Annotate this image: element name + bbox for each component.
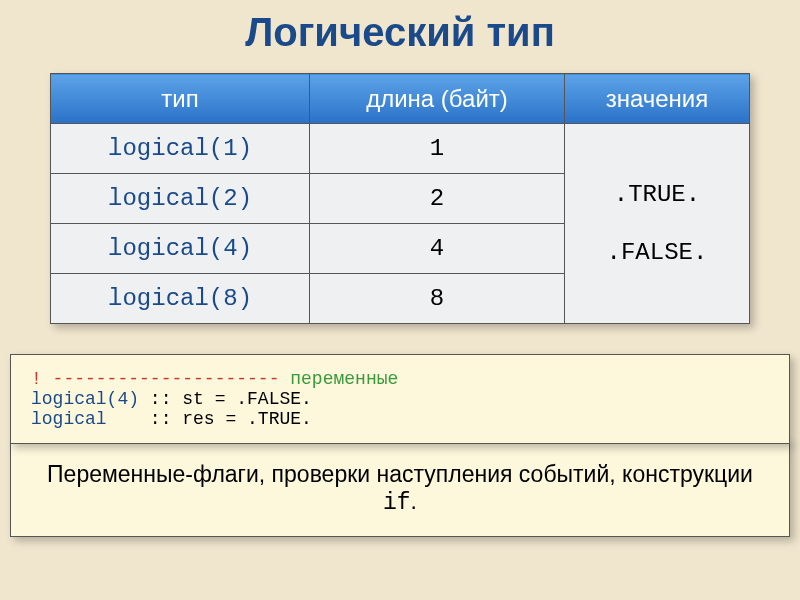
cell-length: 2 xyxy=(310,174,565,224)
cell-type: logical(4) xyxy=(51,224,310,274)
code-comment-label: переменные xyxy=(290,369,398,389)
cell-length: 4 xyxy=(310,224,565,274)
cell-values: .TRUE. .FALSE. xyxy=(564,124,749,324)
code-rest: :: st = .FALSE. xyxy=(139,389,312,409)
footer-text-after: . xyxy=(411,488,417,514)
type-table-wrap: тип длина (байт) значения logical(1) 1 .… xyxy=(50,73,750,324)
code-sample: ! --------------------- переменные logic… xyxy=(10,354,790,444)
header-length: длина (байт) xyxy=(310,74,565,124)
header-type: тип xyxy=(51,74,310,124)
code-decl: logical(4) xyxy=(31,389,139,409)
footer-if: if xyxy=(383,490,411,516)
table-header-row: тип длина (байт) значения xyxy=(51,74,750,124)
code-decl: logical xyxy=(31,409,139,429)
cell-length: 8 xyxy=(310,274,565,324)
footer-text-before: Переменные-флаги, проверки наступления с… xyxy=(47,461,753,487)
header-values: значения xyxy=(564,74,749,124)
value-true: .TRUE. xyxy=(565,166,749,224)
code-rest: :: res = .TRUE. xyxy=(139,409,312,429)
cell-type: logical(1) xyxy=(51,124,310,174)
table-row: logical(1) 1 .TRUE. .FALSE. xyxy=(51,124,750,174)
value-false: .FALSE. xyxy=(565,224,749,282)
type-table: тип длина (байт) значения logical(1) 1 .… xyxy=(50,73,750,324)
cell-type: logical(2) xyxy=(51,174,310,224)
footer-note: Переменные-флаги, проверки наступления с… xyxy=(10,440,790,537)
code-dash: --------------------- xyxy=(42,369,290,389)
page-title: Логический тип xyxy=(0,0,800,73)
code-bang: ! xyxy=(31,369,42,389)
cell-type: logical(8) xyxy=(51,274,310,324)
cell-length: 1 xyxy=(310,124,565,174)
